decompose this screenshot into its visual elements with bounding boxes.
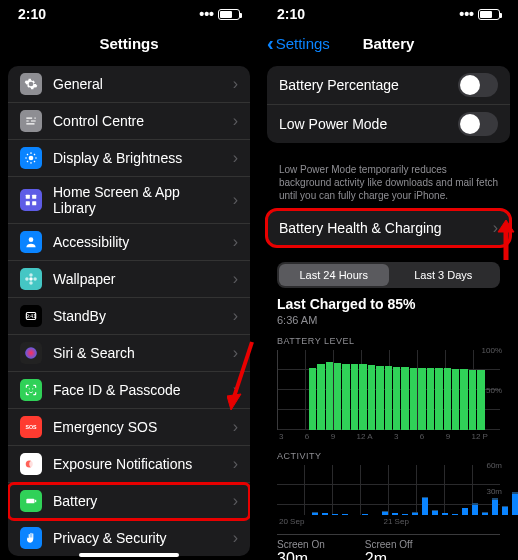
row-label: Home Screen & App Library xyxy=(53,184,222,216)
status-right: ••• xyxy=(199,6,240,22)
activity-label: ACTIVITY xyxy=(277,451,500,461)
standby-icon: 9:41 xyxy=(20,305,42,327)
battery-level-chart: 100% 50% xyxy=(277,350,500,430)
settings-row-standby[interactable]: 9:41StandBy› xyxy=(8,298,250,335)
status-bar: 2:10 ••• xyxy=(0,0,258,28)
settings-row-face-id-passcode[interactable]: Face ID & Passcode› xyxy=(8,372,250,409)
level-bar xyxy=(351,364,358,430)
gear-icon xyxy=(20,73,42,95)
svg-point-6 xyxy=(29,277,33,281)
hand-icon xyxy=(20,527,42,549)
settings-row-accessibility[interactable]: Accessibility› xyxy=(8,224,250,261)
svg-point-14 xyxy=(29,388,30,389)
row-label: Exposure Notifications xyxy=(53,456,222,472)
activity-bar xyxy=(492,498,498,515)
battery-content[interactable]: Battery Percentage Low Power Mode Low Po… xyxy=(259,58,518,560)
level-bar xyxy=(427,368,434,430)
activity-bar xyxy=(362,514,368,515)
settings-row-battery[interactable]: Battery› xyxy=(8,483,250,520)
status-right: ••• xyxy=(459,6,500,22)
battery-detail: Last 24 Hours Last 3 Days Last Charged t… xyxy=(267,262,510,560)
settings-row-privacy-security[interactable]: Privacy & Security› xyxy=(8,520,250,556)
usage-summary: Screen On 30m Screen Off 2m xyxy=(277,534,500,560)
level-bar xyxy=(435,368,442,430)
settings-group-main: General›Control Centre›Display & Brightn… xyxy=(8,66,250,556)
chevron-left-icon: ‹ xyxy=(267,32,274,55)
settings-row-siri-search[interactable]: Siri & Search› xyxy=(8,335,250,372)
status-time: 2:10 xyxy=(277,6,305,22)
activity-bar xyxy=(392,513,398,515)
activity-bar xyxy=(482,512,488,515)
x-axis-labels: 36912 A36912 P xyxy=(277,430,500,441)
battery-level-label: BATTERY LEVEL xyxy=(277,336,500,346)
settings-content[interactable]: General›Control Centre›Display & Brightn… xyxy=(0,58,258,560)
screen-on-label: Screen On xyxy=(277,539,325,550)
settings-screen: 2:10 ••• Settings General›Control Centre… xyxy=(0,0,259,560)
grid-icon xyxy=(20,189,42,211)
row-label: Accessibility xyxy=(53,234,222,250)
settings-row-general[interactable]: General› xyxy=(8,66,250,103)
battery-health-row[interactable]: Battery Health & Charging › xyxy=(267,210,510,246)
svg-rect-2 xyxy=(32,195,36,199)
time-range-tabs: Last 24 Hours Last 3 Days xyxy=(277,262,500,288)
svg-rect-20 xyxy=(35,500,36,502)
low-power-mode-toggle[interactable] xyxy=(458,112,498,136)
activity-bar xyxy=(342,514,348,515)
svg-point-7 xyxy=(29,273,33,277)
level-bar xyxy=(376,366,383,430)
tab-last-3-days[interactable]: Last 3 Days xyxy=(389,264,499,286)
svg-point-15 xyxy=(32,388,33,389)
activity-bar xyxy=(382,511,388,515)
activity-bar xyxy=(462,508,468,515)
status-time: 2:10 xyxy=(18,6,46,22)
activity-bar xyxy=(422,497,428,515)
svg-rect-1 xyxy=(26,195,30,199)
activity-bar xyxy=(322,513,328,515)
chevron-right-icon: › xyxy=(233,381,238,399)
battery-percentage-toggle[interactable] xyxy=(458,73,498,97)
person-icon xyxy=(20,231,42,253)
chevron-right-icon: › xyxy=(233,149,238,167)
y-max: 60m xyxy=(486,461,502,470)
low-power-hint: Low Power Mode temporarily reduces backg… xyxy=(267,159,510,210)
level-bar xyxy=(326,362,333,430)
settings-row-exposure-notifications[interactable]: Exposure Notifications› xyxy=(8,446,250,483)
sos-icon: SOS xyxy=(20,416,42,438)
activity-bar xyxy=(442,513,448,515)
flower-icon xyxy=(20,268,42,290)
battery-health-group: Battery Health & Charging › xyxy=(267,210,510,246)
activity-bar xyxy=(402,514,408,515)
activity-bar xyxy=(472,503,478,515)
settings-row-home-screen-app-library[interactable]: Home Screen & App Library› xyxy=(8,177,250,224)
settings-row-control-centre[interactable]: Control Centre› xyxy=(8,103,250,140)
nav-bar: ‹ Settings Battery xyxy=(259,28,518,58)
chevron-right-icon: › xyxy=(233,270,238,288)
screen-on-value: 30m xyxy=(277,550,325,560)
tab-last-24-hours[interactable]: Last 24 Hours xyxy=(279,264,389,286)
level-bar xyxy=(410,368,417,430)
svg-point-5 xyxy=(29,237,34,242)
page-title: Battery xyxy=(363,35,415,52)
row-label: StandBy xyxy=(53,308,222,324)
signal-icon: ••• xyxy=(459,6,474,22)
row-label: Siri & Search xyxy=(53,345,222,361)
back-button[interactable]: ‹ Settings xyxy=(267,32,330,55)
settings-row-wallpaper[interactable]: Wallpaper› xyxy=(8,261,250,298)
activity-bar xyxy=(502,506,508,515)
settings-row-emergency-sos[interactable]: SOSEmergency SOS› xyxy=(8,409,250,446)
activity-bar xyxy=(332,514,338,515)
sliders-icon xyxy=(20,110,42,132)
battery-percentage-row[interactable]: Battery Percentage xyxy=(267,66,510,105)
svg-point-10 xyxy=(33,277,37,281)
screen-on-col: Screen On 30m xyxy=(277,539,325,560)
svg-point-9 xyxy=(25,277,29,281)
chevron-right-icon: › xyxy=(233,75,238,93)
row-label: General xyxy=(53,76,222,92)
level-bar xyxy=(359,364,366,430)
low-power-mode-row[interactable]: Low Power Mode xyxy=(267,105,510,143)
settings-row-display-brightness[interactable]: Display & Brightness› xyxy=(8,140,250,177)
row-label: Low Power Mode xyxy=(279,116,447,132)
row-label: Control Centre xyxy=(53,113,222,129)
svg-rect-3 xyxy=(26,201,30,205)
chevron-right-icon: › xyxy=(233,455,238,473)
